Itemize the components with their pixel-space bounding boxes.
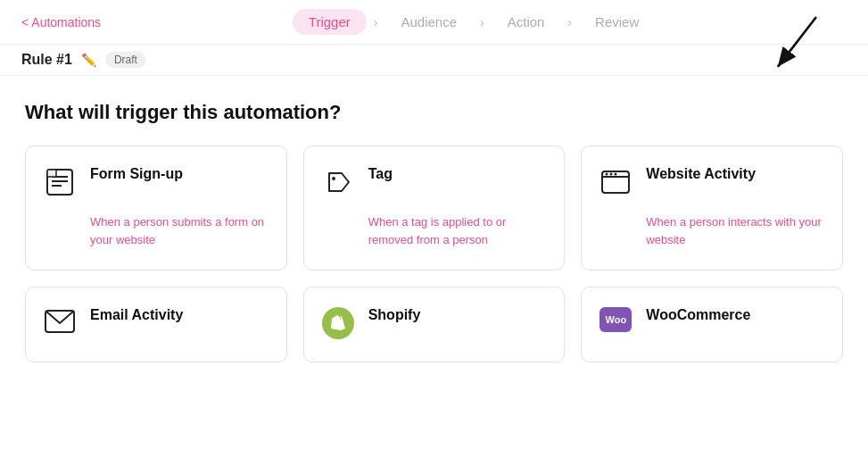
svg-point-10 [606, 173, 608, 176]
website-activity-title: Website Activity [646, 166, 756, 182]
step-action[interactable]: Action [492, 9, 561, 35]
card-woocommerce[interactable]: Woo WooCommerce [581, 287, 843, 362]
arrow-1: › [374, 15, 378, 29]
svg-rect-6 [47, 170, 56, 177]
card-tag[interactable]: Tag When a tag is applied to or removed … [303, 146, 566, 271]
arrow-2: › [480, 15, 484, 29]
website-activity-icon [599, 166, 632, 204]
shopify-icon [322, 307, 354, 339]
trigger-cards-bottom-grid: Email Activity Shopify Woo WooCommerce [25, 287, 843, 362]
form-signup-desc: When a person submits a form on your web… [90, 213, 269, 248]
rule-row: Rule #1 ✏️ Draft [0, 45, 868, 76]
card-email-activity[interactable]: Email Activity [25, 287, 287, 362]
card-form-signup-header: Form Sign-up [44, 166, 269, 204]
arrow-3: › [567, 15, 572, 29]
card-tag-header: Tag [322, 166, 547, 204]
step-review[interactable]: Review [579, 9, 655, 35]
card-shopify-header: Shopify [322, 307, 547, 339]
card-form-signup[interactable]: Form Sign-up When a person submits a for… [25, 146, 287, 271]
trigger-cards-grid: Form Sign-up When a person submits a for… [25, 146, 843, 271]
breadcrumb-steps: Trigger › Audience › Action › Review [293, 9, 655, 35]
top-nav: Automations Trigger › Audience › Action … [0, 0, 868, 45]
svg-point-7 [332, 177, 335, 180]
card-email-activity-header: Email Activity [44, 307, 269, 342]
step-trigger[interactable]: Trigger [293, 9, 367, 35]
card-shopify[interactable]: Shopify [303, 287, 566, 362]
draft-badge: Draft [105, 52, 146, 68]
tag-icon [322, 166, 354, 204]
svg-point-12 [615, 173, 617, 176]
form-signup-icon [44, 166, 76, 204]
back-link[interactable]: Automations [21, 15, 101, 29]
page-title: What will trigger this automation? [25, 101, 843, 124]
card-website-activity[interactable]: Website Activity When a person interacts… [581, 146, 843, 271]
card-woocommerce-header: Woo WooCommerce [599, 307, 824, 332]
tag-desc: When a tag is applied to or removed from… [368, 213, 547, 248]
tag-title: Tag [368, 166, 393, 182]
edit-icon[interactable]: ✏️ [81, 53, 96, 67]
woo-icon: Woo [599, 307, 632, 332]
form-signup-title: Form Sign-up [90, 166, 183, 182]
svg-point-11 [610, 173, 613, 176]
step-audience[interactable]: Audience [384, 9, 473, 35]
website-activity-desc: When a person interacts with your websit… [646, 213, 824, 248]
woocommerce-title: WooCommerce [646, 307, 750, 323]
rule-label: Rule #1 [21, 52, 72, 68]
shopify-title: Shopify [368, 307, 421, 323]
main-content: What will trigger this automation? Form … [0, 76, 868, 362]
email-activity-icon [44, 307, 76, 342]
card-website-activity-header: Website Activity [599, 166, 824, 204]
email-activity-title: Email Activity [90, 307, 183, 323]
